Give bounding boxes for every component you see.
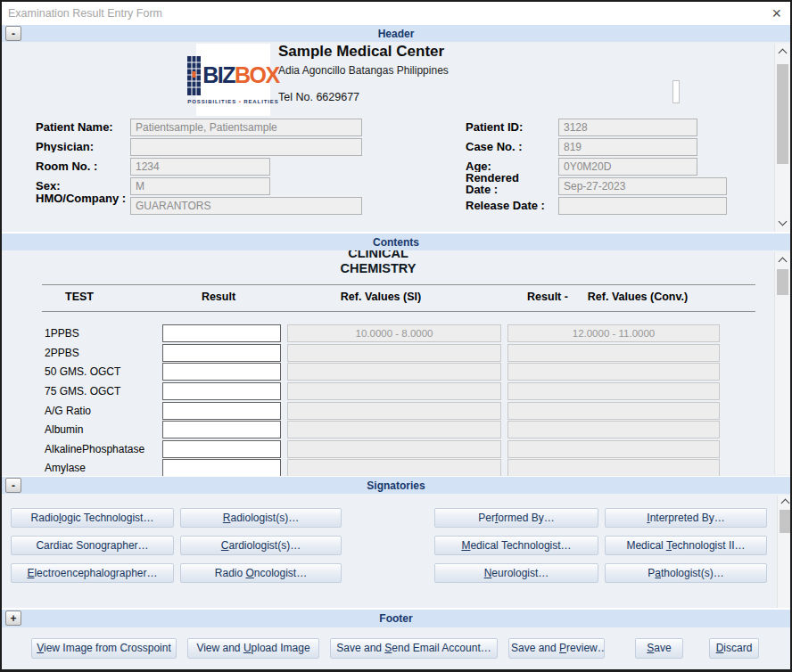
clinic-phone: Tel No. 6629677 bbox=[278, 91, 359, 103]
ref-si-field bbox=[287, 421, 501, 438]
release-date-label: Release Date : bbox=[466, 200, 560, 211]
column-header-ref-si: Ref. Values (SI) bbox=[292, 291, 470, 303]
test-name: 1PPBS bbox=[45, 327, 79, 340]
result-input[interactable] bbox=[162, 440, 281, 458]
contents-scrollbar-thumb[interactable] bbox=[777, 269, 788, 295]
contents-scrollbar[interactable] bbox=[774, 252, 790, 474]
ref-conv-field bbox=[507, 402, 720, 420]
save-button[interactable]: Save bbox=[635, 638, 683, 659]
header-section-band: Header bbox=[2, 25, 790, 42]
patient-name-label: Patient Name: bbox=[36, 121, 130, 133]
footer-band-label: Footer bbox=[379, 612, 412, 625]
footer-expand-button[interactable]: + bbox=[5, 611, 21, 626]
test-name: 2PPBS bbox=[45, 347, 79, 359]
test-name: AlkalinePhosphatase bbox=[45, 443, 144, 455]
cardiologists-button[interactable]: Cardiologist(s)… bbox=[180, 536, 342, 555]
header-collapse-button[interactable]: - bbox=[5, 26, 21, 41]
age-label: Age: bbox=[466, 160, 555, 172]
neurologist-button[interactable]: Neurologist… bbox=[434, 563, 598, 583]
window-title: Examination Result Entry Form bbox=[8, 7, 162, 20]
medical-technologist-ii-button[interactable]: Medical Technologist II… bbox=[605, 536, 767, 555]
radiologists-button[interactable]: Radiologist(s)… bbox=[180, 508, 342, 528]
patient-name-field: Patientsample, Patientsample bbox=[130, 119, 362, 136]
column-header-result: Result bbox=[165, 291, 272, 303]
sex-field: M bbox=[130, 177, 270, 195]
bizbox-logo-text: BIZBOX bbox=[202, 64, 278, 86]
small-empty-field bbox=[672, 80, 680, 103]
age-field: 0Y0M20D bbox=[558, 158, 697, 176]
chevron-down-icon[interactable] bbox=[779, 217, 788, 226]
chevron-up-icon[interactable] bbox=[781, 499, 790, 508]
signatories-scrollbar-thumb[interactable] bbox=[780, 510, 791, 533]
physician-field bbox=[130, 138, 362, 156]
divider bbox=[42, 284, 755, 285]
ref-conv-field bbox=[507, 344, 720, 362]
room-no-field: 1234 bbox=[130, 158, 270, 176]
test-name: 50 GMS. OGCT bbox=[45, 365, 120, 378]
report-title-line2: CHEMISTRY bbox=[2, 261, 755, 275]
ref-si-field bbox=[287, 402, 501, 420]
cardiac-sonographer-button[interactable]: Cardiac Sonographer… bbox=[11, 536, 174, 555]
test-name: Amylase bbox=[45, 462, 86, 474]
electroencephalographer-button[interactable]: Electroencephalographer… bbox=[11, 563, 174, 583]
header-band-label: Header bbox=[378, 28, 415, 40]
ref-conv-field bbox=[507, 459, 720, 476]
contents-area: CLINICAL CHEMISTRY TEST Result Ref. Valu… bbox=[2, 250, 790, 476]
radio-oncologist-button[interactable]: Radio Oncologist… bbox=[180, 563, 342, 583]
chevron-up-icon[interactable] bbox=[779, 258, 788, 266]
patient-id-label: Patient ID: bbox=[466, 121, 555, 133]
radiologic-technologist-button[interactable]: Radiologic Technologist… bbox=[11, 508, 174, 528]
header-scrollbar[interactable] bbox=[774, 44, 790, 232]
result-input[interactable] bbox=[162, 459, 281, 476]
physician-label: Physician: bbox=[36, 141, 130, 152]
case-no-field: 819 bbox=[558, 138, 697, 156]
ref-si-field bbox=[287, 344, 501, 362]
ref-si-field bbox=[287, 363, 501, 381]
signatories-section-band: Signatories bbox=[2, 477, 790, 494]
result-input[interactable] bbox=[162, 324, 281, 342]
ref-conv-field bbox=[507, 382, 720, 400]
hmo-company-field: GUARANTORS bbox=[130, 197, 362, 215]
column-header-ref-conv: Ref. Values (Conv.) bbox=[549, 291, 727, 303]
test-name: Albumin bbox=[45, 423, 83, 436]
view-image-from-crosspoint-button[interactable]: View Image from Crosspoint bbox=[31, 638, 177, 659]
result-input[interactable] bbox=[162, 344, 281, 362]
ref-si-field bbox=[287, 382, 501, 400]
bizbox-logo: BIZBOX POSSIBILITIES ▪ REALITIES bbox=[196, 44, 270, 116]
examination-result-entry-window: Examination Result Entry Form × Header -… bbox=[0, 0, 792, 672]
titlebar: Examination Result Entry Form × bbox=[2, 2, 790, 25]
ref-conv-field: 12.0000 - 11.0000 bbox=[507, 324, 720, 342]
save-and-preview-button[interactable]: Save and Preview… bbox=[508, 638, 605, 659]
result-input[interactable] bbox=[162, 421, 281, 438]
bizbox-logo-icon bbox=[187, 56, 201, 95]
column-header-test: TEST bbox=[35, 291, 124, 303]
close-icon[interactable]: × bbox=[771, 4, 781, 23]
signatories-band-label: Signatories bbox=[367, 479, 425, 492]
ref-conv-field bbox=[507, 363, 720, 381]
contents-section-band: Contents bbox=[2, 234, 790, 250]
result-input[interactable] bbox=[162, 382, 281, 400]
footer-section-band: Footer bbox=[2, 610, 790, 627]
rendered-date-label: Rendered Date : bbox=[466, 172, 535, 196]
sex-label: Sex: bbox=[36, 180, 130, 192]
patient-id-field: 3128 bbox=[558, 119, 697, 136]
medical-technologist-button[interactable]: Medical Technologist… bbox=[434, 536, 598, 555]
result-input[interactable] bbox=[162, 402, 281, 420]
chevron-up-icon[interactable] bbox=[779, 49, 788, 58]
performed-by-button[interactable]: Performed By… bbox=[434, 508, 598, 528]
pathologists-button[interactable]: Pathologist(s)… bbox=[605, 563, 767, 583]
signatories-scrollbar[interactable] bbox=[777, 496, 792, 608]
clinic-name: Sample Medical Center bbox=[278, 43, 444, 61]
save-and-send-email-account-button[interactable]: Save and Send Email Account… bbox=[330, 638, 498, 659]
result-input[interactable] bbox=[162, 363, 281, 381]
discard-button[interactable]: Discard bbox=[709, 638, 759, 659]
hmo-company-label: HMO/Company : bbox=[36, 193, 128, 217]
signatories-collapse-button[interactable]: - bbox=[5, 478, 21, 493]
interpreted-by-button[interactable]: Interpreted By… bbox=[605, 508, 767, 528]
ref-si-field bbox=[287, 459, 501, 476]
test-name: 75 GMS. OGCT bbox=[45, 385, 120, 397]
header-scrollbar-thumb[interactable] bbox=[777, 64, 788, 164]
case-no-label: Case No. : bbox=[466, 141, 555, 152]
room-no-label: Room No. : bbox=[36, 160, 130, 172]
view-and-upload-image-button[interactable]: View and Upload Image bbox=[187, 638, 319, 659]
